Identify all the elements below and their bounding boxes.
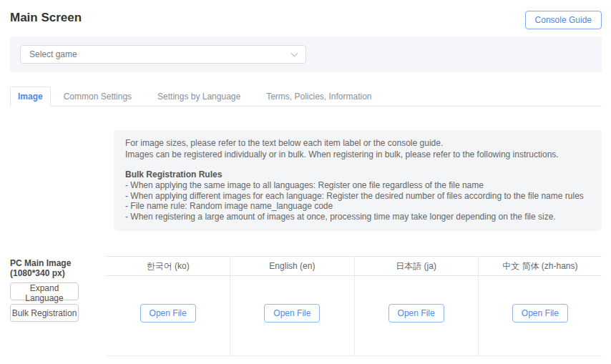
main-screen-page: Main Screen Console Guide Select game Im… <box>0 0 611 364</box>
upload-cell-ja: Open File <box>354 276 478 355</box>
notice-rule: - When applying different images for eac… <box>125 191 590 202</box>
tab-terms-policies-information[interactable]: Terms, Policies, Information <box>253 87 384 106</box>
notice-rule: - File name rule: Random image name_lang… <box>125 201 590 212</box>
open-file-button-zh-hans[interactable]: Open File <box>512 304 568 323</box>
language-table: 한국어 (ko) English (en) 日本語 (ja) 中文 简体 (zh… <box>106 256 602 356</box>
section-label-column: PC Main Image (1080*340 px) Expand Langu… <box>10 256 106 356</box>
upload-cell-ko: Open File <box>106 276 230 355</box>
notice-rule: - When applying the same image to all la… <box>125 180 590 191</box>
tab-settings-by-language[interactable]: Settings by Language <box>145 87 253 106</box>
section-size-hint: (1080*340 px) <box>10 268 106 278</box>
tab-bar: Image Common Settings Settings by Langua… <box>10 87 602 107</box>
notice-rules-title: Bulk Registration Rules <box>125 169 590 180</box>
section-label: PC Main Image <box>10 258 106 268</box>
open-file-button-en[interactable]: Open File <box>264 304 320 323</box>
upload-cell-en: Open File <box>230 276 353 355</box>
column-header-ja: 日本語 (ja) <box>354 257 478 275</box>
open-file-button-ja[interactable]: Open File <box>388 304 444 323</box>
language-table-header: 한국어 (ko) English (en) 日本語 (ja) 中文 简体 (zh… <box>106 256 602 276</box>
column-header-en: English (en) <box>230 257 353 275</box>
expand-language-button[interactable]: Expand Language <box>10 282 79 300</box>
chevron-down-icon <box>291 49 298 56</box>
bulk-registration-button[interactable]: Bulk Registration <box>10 304 79 322</box>
notice-box: For image sizes, please refer to the tex… <box>114 130 602 231</box>
notice-rule: - When registering a large amount of ima… <box>125 212 590 222</box>
notice-intro: For image sizes, please refer to the tex… <box>125 137 590 160</box>
console-guide-button[interactable]: Console Guide <box>525 11 602 29</box>
notice-line: Images can be registered individually or… <box>125 149 590 160</box>
notice-line: For image sizes, please refer to the tex… <box>125 137 590 149</box>
game-select[interactable]: Select game <box>20 45 306 64</box>
column-header-zh-hans: 中文 简体 (zh-hans) <box>478 257 602 275</box>
page-title: Main Screen <box>10 11 82 25</box>
tab-common-settings[interactable]: Common Settings <box>51 87 145 106</box>
open-file-button-ko[interactable]: Open File <box>140 304 196 323</box>
notice-rules: - When applying the same image to all la… <box>125 180 590 222</box>
column-header-ko: 한국어 (ko) <box>106 257 230 275</box>
language-table-body: Open File Open File Open File Open File <box>106 276 602 356</box>
game-select-panel: Select game <box>10 36 602 72</box>
pc-main-image-section: PC Main Image (1080*340 px) Expand Langu… <box>10 256 602 356</box>
tab-image[interactable]: Image <box>10 87 51 107</box>
upload-cell-zh-hans: Open File <box>478 276 602 355</box>
topbar: Main Screen Console Guide <box>10 11 602 31</box>
game-select-value: Select game <box>29 49 77 59</box>
